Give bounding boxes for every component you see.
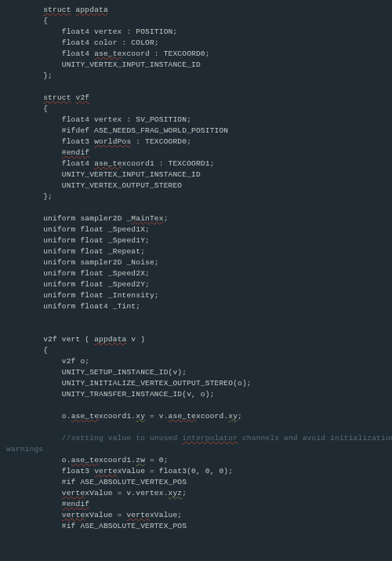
kw-struct: struct bbox=[43, 5, 71, 14]
id-appdata: appdata bbox=[76, 5, 108, 14]
comment: //setting value to unused interpolator c… bbox=[62, 434, 392, 443]
kw-struct: struct bbox=[43, 93, 71, 102]
code-editor: struct appdata { float4 vertex : POSITIO… bbox=[0, 0, 392, 537]
